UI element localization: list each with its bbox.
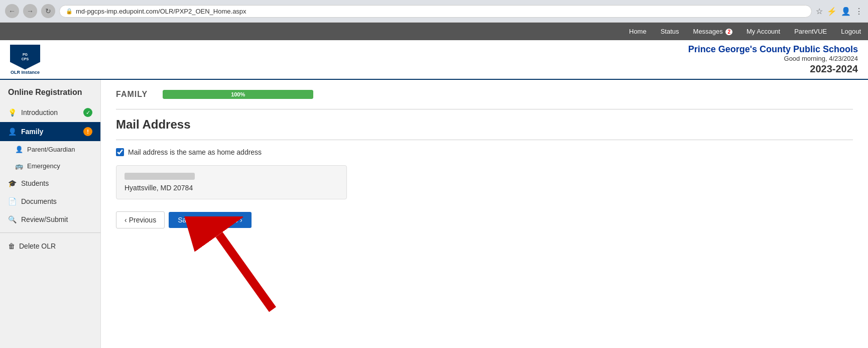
sidebar-divider: [0, 233, 100, 233]
sidebar-item-documents-label: Documents: [21, 197, 57, 205]
star-icon[interactable]: ☆: [816, 7, 823, 16]
content-divider: [116, 109, 853, 109]
section-header: FAMILY 100%: [116, 90, 853, 99]
sidebar-item-review-submit[interactable]: 🔍 Review/Submit: [0, 210, 100, 228]
buttons-area: ‹ Previous Save And Continue ›: [116, 211, 853, 228]
address-bar[interactable]: 🔒 md-pgcps-imp.edupoint.com/OLR/PXP2_OEN…: [59, 5, 812, 18]
logo-area: PGCPS OLR Instance: [10, 45, 40, 75]
logo-image: PGCPS OLR Instance: [10, 45, 40, 75]
sidebar-item-family[interactable]: 👤 Family !: [0, 122, 100, 141]
svg-line-1: [219, 235, 273, 309]
parent-guardian-icon: 👤: [15, 146, 23, 153]
logout-nav-link[interactable]: Logout: [834, 23, 868, 40]
extension-icon[interactable]: ⚡: [827, 7, 837, 16]
same-address-checkbox[interactable]: [116, 148, 124, 156]
review-submit-icon: 🔍: [8, 215, 17, 223]
emergency-icon: 🚌: [15, 162, 23, 170]
delete-icon: 🗑: [8, 242, 15, 250]
menu-icon[interactable]: ⋮: [855, 7, 863, 16]
sidebar-item-introduction-label: Introduction: [21, 108, 58, 117]
pgcps-shield: PGCPS: [10, 45, 40, 70]
family-badge: !: [83, 127, 92, 136]
students-icon: 🎓: [8, 179, 17, 187]
sidebar-item-documents[interactable]: 📄 Documents: [0, 192, 100, 210]
main-layout: Online Registration 💡 Introduction ✓ 👤 F…: [0, 80, 868, 348]
address-city-state-zip: Hyattsville, MD 20784: [125, 184, 338, 192]
progress-bar-fill: 100%: [163, 90, 313, 99]
previous-chevron-left-icon: ‹: [125, 216, 127, 224]
app-wrapper: Home Status Messages 2 My Account Parent…: [0, 23, 868, 348]
top-nav: Home Status Messages 2 My Account Parent…: [0, 23, 868, 40]
section-title: FAMILY: [116, 90, 148, 99]
status-nav-link[interactable]: Status: [654, 23, 686, 40]
header-right: Prince George's County Public Schools Go…: [688, 44, 858, 75]
date-text: 4/23/2024: [829, 55, 858, 62]
school-name: Prince George's County Public Schools: [688, 44, 858, 55]
sidebar-item-students-label: Students: [21, 179, 49, 187]
logo-subtitle: OLR Instance: [11, 70, 40, 75]
delete-olr-label: Delete OLR: [19, 242, 56, 250]
sidebar: Online Registration 💡 Introduction ✓ 👤 F…: [0, 80, 100, 348]
header: PGCPS OLR Instance Prince George's Count…: [0, 40, 868, 80]
home-nav-link[interactable]: Home: [622, 23, 654, 40]
back-button[interactable]: ←: [5, 4, 19, 18]
sidebar-item-students[interactable]: 🎓 Students: [0, 174, 100, 192]
sidebar-item-emergency[interactable]: 🚌 Emergency: [0, 158, 100, 174]
nav-buttons: ‹ Previous Save And Continue ›: [116, 211, 853, 228]
browser-chrome: ← → ↻ 🔒 md-pgcps-imp.edupoint.com/OLR/PX…: [0, 0, 868, 23]
introduction-badge: ✓: [83, 108, 92, 117]
documents-icon: 📄: [8, 197, 17, 205]
mail-address-divider: [116, 140, 853, 140]
profile-icon[interactable]: 👤: [841, 7, 851, 16]
school-year: 2023-2024: [688, 63, 858, 75]
content-area: FAMILY 100% Mail Address Mail address is…: [100, 80, 868, 348]
save-continue-button[interactable]: Save And Continue ›: [169, 212, 252, 228]
sidebar-item-parent-guardian[interactable]: 👤 Parent/Guardian: [0, 141, 100, 158]
messages-nav-link[interactable]: Messages 2: [686, 23, 739, 40]
lock-icon: 🔒: [66, 8, 73, 15]
parentvue-nav-link[interactable]: ParentVUE: [787, 23, 834, 40]
url-text: md-pgcps-imp.edupoint.com/OLR/PXP2_OEN_H…: [76, 8, 246, 15]
address-line1-placeholder: [125, 173, 195, 180]
red-arrow-annotation: [176, 216, 337, 317]
previous-button[interactable]: ‹ Previous: [116, 211, 165, 228]
school-greeting: Good morning, 4/23/2024: [688, 55, 858, 62]
same-address-label[interactable]: Mail address is the same as home address: [128, 148, 262, 156]
checkbox-row: Mail address is the same as home address: [116, 148, 853, 156]
progress-label: 100%: [231, 91, 245, 97]
myaccount-nav-link[interactable]: My Account: [739, 23, 787, 40]
browser-icons: ☆ ⚡ 👤 ⋮: [816, 7, 863, 16]
sidebar-item-introduction[interactable]: 💡 Introduction ✓: [0, 103, 100, 122]
save-continue-chevron-right-icon: ›: [240, 216, 242, 224]
sidebar-title: Online Registration: [0, 88, 100, 103]
family-icon: 👤: [8, 128, 17, 136]
forward-button[interactable]: →: [23, 4, 37, 18]
sidebar-item-parent-guardian-label: Parent/Guardian: [27, 146, 75, 153]
sidebar-item-family-label: Family: [21, 128, 43, 136]
progress-bar-wrap: 100%: [163, 90, 313, 99]
delete-olr-button[interactable]: 🗑 Delete OLR: [0, 237, 100, 255]
sidebar-item-emergency-label: Emergency: [27, 162, 60, 170]
address-box: Hyattsville, MD 20784: [116, 165, 347, 199]
introduction-icon: 💡: [8, 108, 17, 117]
messages-badge: 2: [725, 29, 732, 35]
reload-button[interactable]: ↻: [41, 4, 55, 18]
mail-address-title: Mail Address: [116, 118, 853, 132]
sidebar-item-review-submit-label: Review/Submit: [21, 215, 68, 223]
